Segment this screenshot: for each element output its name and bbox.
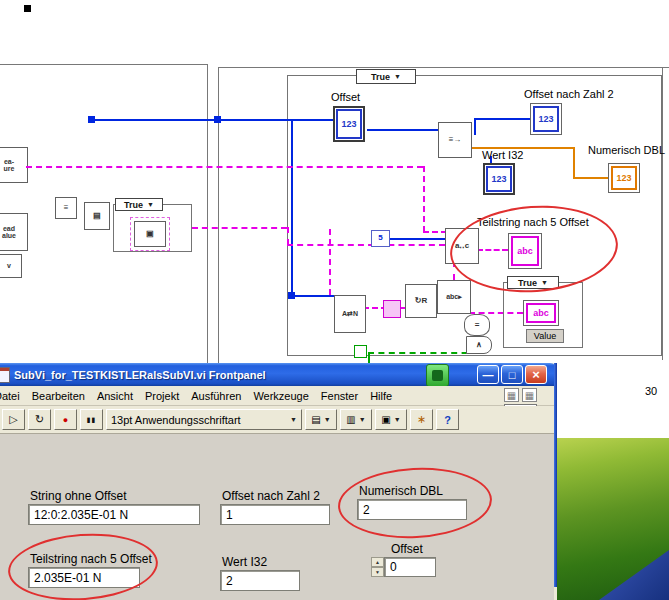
string-constant-terminal[interactable]: [383, 300, 401, 318]
menu-ausfuehren[interactable]: Ausführen: [185, 388, 247, 404]
offset-nach-zahl-2-label: Offset nach Zahl 2: [222, 489, 320, 503]
desktop-wallpaper: [556, 438, 669, 600]
diagram-label-offset-nach-zahl-2: Offset nach Zahl 2: [524, 88, 614, 100]
equals-node[interactable]: =: [464, 314, 490, 336]
numerisch-dbl-indicator-terminal[interactable]: 123: [608, 163, 640, 193]
font-selector-value: 13pt Anwendungsschriftart: [111, 414, 241, 426]
wire-int: [388, 238, 446, 240]
wire-int: [367, 129, 438, 131]
structure-border: [218, 67, 669, 68]
help-icon: ?: [444, 414, 451, 426]
context-help-button[interactable]: ?: [436, 409, 459, 430]
offset-control-terminal[interactable]: 123: [333, 106, 365, 142]
measure-node[interactable]: ea- ure: [0, 147, 28, 183]
chevron-down-icon: ▼: [359, 416, 366, 423]
window-title: SubVi_for_TESTKISTLERalsSubVI.vi Frontpa…: [14, 369, 473, 381]
case-selector-left[interactable]: True ▼: [115, 198, 163, 211]
and-gate-node[interactable]: ∧: [466, 336, 492, 354]
search-button[interactable]: ∗: [410, 409, 433, 430]
value-indicator-terminal[interactable]: abc: [523, 300, 559, 326]
abort-button[interactable]: ●: [54, 409, 77, 430]
wire-junction: [214, 116, 221, 123]
spin-down-icon[interactable]: ▼: [371, 567, 384, 577]
subvi-node[interactable]: ▣: [134, 221, 166, 247]
number-to-string-node[interactable]: abc▸: [437, 280, 471, 314]
match-pattern-node[interactable]: A⇄N: [334, 295, 366, 333]
wire-int: [291, 121, 293, 297]
abort-icon: ●: [63, 415, 68, 425]
reorder-dropdown[interactable]: ▣ ▼: [375, 409, 407, 430]
close-button[interactable]: ×: [525, 365, 547, 384]
run-icon: ▷: [9, 413, 17, 426]
pause-icon: ▮▮: [87, 416, 97, 424]
titlebar[interactable]: SubVi_for_TESTKISTLERalsSubVI.vi Frontpa…: [0, 363, 557, 386]
numeric-terminal-glyph: 123: [336, 109, 362, 139]
replace-string-node[interactable]: ↻R: [405, 284, 437, 318]
wire-string: [192, 227, 287, 229]
read-value-node[interactable]: ead alue: [0, 213, 28, 251]
align-objects-icon: ▤: [311, 414, 320, 425]
screen: True ▼ ea- ure ead alue v ≡ ▤ True ▼ ▣ O…: [0, 0, 669, 600]
toolbar: ▷ ↻ ● ▮▮ 13pt Anwendungsschriftart ▼ ▤ ▼…: [0, 406, 554, 434]
wire-string: [423, 166, 425, 232]
wire-int: [474, 118, 530, 120]
connector-pane-icon[interactable]: ▦: [504, 388, 519, 402]
structure-border: [662, 67, 663, 360]
offset-nach-zahl-2-field[interactable]: 1: [220, 504, 330, 525]
wallpaper-blue-area: [599, 550, 669, 600]
offset-value: 0: [390, 560, 397, 574]
wert-i32-field[interactable]: 2: [220, 570, 300, 591]
minimize-button[interactable]: —: [477, 365, 499, 384]
menu-bearbeiten[interactable]: Bearbeiten: [26, 388, 91, 404]
offset-label: Offset: [391, 542, 423, 556]
chevron-down-icon: ▼: [394, 416, 401, 423]
menu-datei[interactable]: Datei: [0, 388, 26, 404]
spin-up-icon[interactable]: ▲: [371, 557, 384, 567]
boolean-terminal[interactable]: [354, 345, 367, 358]
connector-grid-icon[interactable]: ▦: [522, 388, 537, 402]
chevron-down-icon: ▼: [394, 73, 401, 80]
run-continuous-icon: ↻: [35, 413, 44, 426]
wert-i32-label: Wert I32: [222, 555, 267, 569]
distribute-objects-icon: ▥: [346, 414, 355, 425]
offset-spinner[interactable]: ▲ ▼: [371, 557, 384, 577]
wire-string: [287, 244, 445, 246]
offset-field[interactable]: 0: [384, 557, 436, 577]
wire-bool: [368, 353, 370, 363]
search-icon: ∗: [417, 413, 426, 426]
run-continuous-button[interactable]: ↻: [28, 409, 51, 430]
wire-junction: [88, 116, 95, 123]
green-taskbar-icon[interactable]: [426, 364, 449, 387]
font-selector[interactable]: 13pt Anwendungsschriftart ▼: [106, 409, 302, 430]
offset-nach-zahl-2-indicator-terminal[interactable]: 123: [530, 103, 562, 135]
menu-hilfe[interactable]: Hilfe: [364, 388, 398, 404]
maximize-button[interactable]: □: [501, 365, 523, 384]
scan-from-string-node[interactable]: ≡→: [438, 122, 472, 158]
case-selector-main-label: True: [371, 72, 390, 82]
align-objects-dropdown[interactable]: ▤ ▼: [305, 409, 337, 430]
wire-bool: [368, 352, 478, 354]
diagram-label-wert-i32: Wert I32: [482, 149, 523, 161]
numeric-constant-5[interactable]: 5: [371, 230, 390, 247]
structure-border: [207, 64, 208, 363]
run-button[interactable]: ▷: [2, 409, 25, 430]
string-ohne-offset-field[interactable]: 12:0:2.035E-01 N: [28, 504, 200, 525]
wert-i32-terminal[interactable]: 123: [483, 163, 515, 195]
distribute-objects-dropdown[interactable]: ▥ ▼: [340, 409, 372, 430]
menu-werkzeuge[interactable]: Werkzeuge: [247, 388, 314, 404]
menu-projekt[interactable]: Projekt: [139, 388, 185, 404]
v-node[interactable]: v: [0, 254, 22, 278]
window-right-border: [554, 363, 557, 587]
case-selector-main[interactable]: True ▼: [356, 69, 416, 84]
diagram-tunnel: [24, 5, 31, 12]
green-icon-glyph: [432, 370, 443, 381]
wire-dbl: [573, 147, 575, 179]
diagram-label-numerisch-dbl: Numerisch DBL: [588, 144, 665, 156]
menu-ansicht[interactable]: Ansicht: [91, 388, 139, 404]
pause-button[interactable]: ▮▮: [80, 409, 103, 430]
structure-border: [218, 67, 219, 363]
menu-fenster[interactable]: Fenster: [315, 388, 364, 404]
numeric-terminal-glyph: 123: [486, 166, 512, 192]
function-node[interactable]: ▤: [84, 202, 110, 230]
function-node[interactable]: ≡: [55, 197, 77, 219]
